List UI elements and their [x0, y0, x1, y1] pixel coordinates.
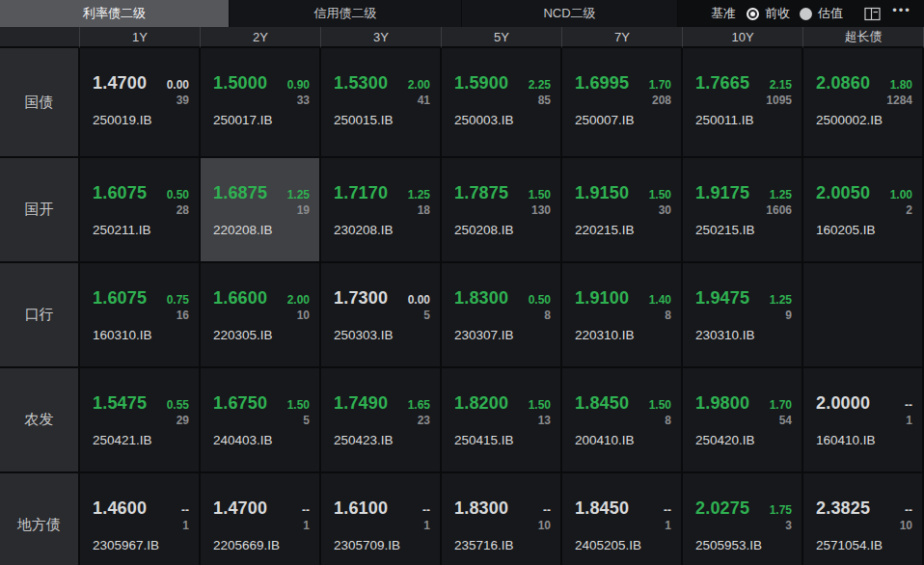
yield-value: 1.6100 — [334, 498, 388, 519]
quote-cell-lgb-5y[interactable]: 1.8300--10235716.IB — [442, 473, 562, 565]
trade-count: 39 — [93, 94, 189, 108]
more-options-icon[interactable]: ••• — [891, 4, 912, 23]
quote-cell-adbc-5y[interactable]: 1.82001.5013250415.IB — [442, 368, 562, 473]
radio-prev-close[interactable]: 前收 — [747, 5, 790, 22]
quote-cell-lgb-10y[interactable]: 2.02751.7532505953.IB — [683, 473, 803, 565]
radio-prev-close-icon — [747, 8, 759, 20]
change-value: 1.80 — [890, 78, 912, 92]
yield-value: 1.9800 — [695, 393, 749, 414]
quote-cell-cdb-ultra-long[interactable]: 2.00501.002160205.IB — [803, 158, 924, 263]
quote-cell-lgb-ultra-long[interactable]: 2.3825--102571054.IB — [803, 473, 924, 565]
quote-cell-cdb-10y[interactable]: 1.91751.251606250215.IB — [683, 158, 803, 263]
bond-quote-board: 利率债二级信用债二级NCD二级 基准 前收估值 ••• 1Y2Y3Y5Y7Y10… — [0, 0, 924, 565]
yield-value: 2.0275 — [695, 498, 749, 519]
quote-cell-adbc-1y[interactable]: 1.54750.5529250421.IB — [80, 368, 201, 473]
bond-code: 250208.IB — [454, 223, 551, 237]
quote-cell-exim-ultra-long[interactable] — [803, 263, 924, 368]
bond-code: 220305.IB — [213, 328, 310, 342]
change-value: -- — [543, 503, 551, 517]
trade-count: 10 — [213, 309, 310, 323]
quote-cell-exim-2y[interactable]: 1.66002.0010220305.IB — [201, 263, 321, 368]
quote-cell-treasury-ultra-long[interactable]: 2.08601.8012842500002.IB — [803, 48, 924, 158]
tab-rates-secondary[interactable]: 利率债二级 — [0, 0, 230, 27]
yield-value: 1.9150 — [575, 183, 629, 203]
change-value: 2.25 — [529, 78, 551, 92]
quote-cell-treasury-3y[interactable]: 1.53002.0041250015.IB — [321, 48, 442, 158]
trade-count: 18 — [334, 203, 430, 218]
quote-cell-exim-5y[interactable]: 1.83000.508230307.IB — [442, 263, 562, 368]
change-value: 2.15 — [770, 78, 792, 92]
trade-count: 8 — [454, 309, 551, 323]
tab-list: 利率债二级信用债二级NCD二级 — [0, 0, 678, 27]
column-header-row: 1Y2Y3Y5Y7Y10Y超长债 — [0, 27, 924, 48]
quote-cell-treasury-2y[interactable]: 1.50000.9033250017.IB — [201, 48, 321, 158]
quote-cell-lgb-2y[interactable]: 1.4700--12205669.IB — [201, 473, 321, 565]
change-value: 0.90 — [287, 78, 310, 92]
quote-cell-adbc-2y[interactable]: 1.67501.505240403.IB — [201, 368, 321, 473]
yield-value: 1.7170 — [334, 183, 388, 203]
tab-ncd-secondary[interactable]: NCD二级 — [462, 0, 678, 27]
quote-cell-exim-7y[interactable]: 1.91001.408220310.IB — [562, 263, 683, 368]
quote-cell-lgb-1y[interactable]: 1.4600--12305967.IB — [80, 473, 201, 565]
quote-cell-cdb-5y[interactable]: 1.78751.50130250208.IB — [442, 158, 562, 263]
quote-cell-treasury-10y[interactable]: 1.76652.151095250011.IB — [683, 48, 803, 158]
quote-cell-adbc-ultra-long[interactable]: 2.0000--1160410.IB — [803, 368, 924, 473]
change-value: 1.70 — [770, 398, 792, 412]
quote-cell-treasury-7y[interactable]: 1.69951.70208250007.IB — [562, 48, 683, 158]
trade-count: 1 — [816, 414, 912, 428]
quote-cell-lgb-7y[interactable]: 1.8450--12405205.IB — [562, 473, 683, 565]
quote-cell-exim-3y[interactable]: 1.73000.005250303.IB — [321, 263, 442, 368]
quote-cell-lgb-3y[interactable]: 1.6100--12305709.IB — [321, 473, 442, 565]
radio-valuation-icon — [800, 8, 812, 20]
yield-value: 1.6075 — [93, 183, 147, 203]
change-value: 0.55 — [167, 398, 189, 412]
trade-count: 33 — [213, 94, 310, 108]
quote-cell-cdb-2y[interactable]: 1.68751.2519220208.IB — [201, 158, 321, 263]
tab-credit-secondary[interactable]: 信用债二级 — [230, 0, 462, 27]
bond-code: 2500002.IB — [816, 113, 912, 127]
yield-value: 1.9100 — [575, 288, 629, 309]
yield-value: 2.3825 — [816, 498, 870, 519]
quote-cell-cdb-3y[interactable]: 1.71701.2518230208.IB — [321, 158, 442, 263]
change-value: 1.25 — [770, 188, 792, 202]
yield-value: 1.5000 — [213, 73, 267, 94]
trade-count: 10 — [454, 519, 551, 533]
trade-count: 1606 — [695, 203, 792, 218]
bond-code: 250015.IB — [334, 113, 430, 127]
change-value: 1.25 — [408, 188, 430, 202]
trade-count: 85 — [454, 94, 551, 108]
bond-code: 160410.IB — [816, 433, 912, 447]
row-label-exim: 口行 — [0, 263, 80, 368]
quote-cell-exim-10y[interactable]: 1.94751.259230310.IB — [683, 263, 803, 368]
bond-code: 250421.IB — [93, 433, 189, 447]
trade-count: 2 — [816, 203, 912, 218]
column-header-2y: 2Y — [201, 27, 321, 48]
trade-count: 41 — [334, 94, 430, 108]
quote-cell-adbc-10y[interactable]: 1.98001.7054250420.IB — [683, 368, 803, 473]
change-value: 0.00 — [408, 293, 430, 307]
bond-code: 2305967.IB — [93, 538, 189, 552]
quote-cell-adbc-7y[interactable]: 1.84501.508200410.IB — [562, 368, 683, 473]
quote-row-adbc: 农发1.54750.5529250421.IB1.67501.505240403… — [0, 368, 924, 473]
yield-value: 1.6995 — [575, 73, 629, 94]
bond-code: 250420.IB — [695, 433, 792, 447]
row-label-cdb: 国开 — [0, 158, 80, 263]
change-value: 1.50 — [529, 398, 551, 412]
quote-cell-exim-1y[interactable]: 1.60750.7516160310.IB — [80, 263, 201, 368]
change-value: -- — [905, 503, 912, 517]
layout-icon[interactable] — [861, 4, 883, 23]
quote-cell-treasury-1y[interactable]: 1.47000.0039250019.IB — [80, 48, 201, 158]
change-value: 1.50 — [649, 188, 671, 202]
quote-cell-cdb-7y[interactable]: 1.91501.5030220215.IB — [562, 158, 683, 263]
yield-value: 1.8450 — [575, 393, 629, 414]
radio-valuation[interactable]: 估值 — [800, 5, 843, 22]
quote-cell-adbc-3y[interactable]: 1.74901.6523250423.IB — [321, 368, 442, 473]
column-header-5y: 5Y — [442, 27, 562, 48]
trade-count: 28 — [93, 203, 189, 218]
trade-count: 1 — [213, 519, 310, 533]
quote-cell-cdb-1y[interactable]: 1.60750.5028250211.IB — [80, 158, 201, 263]
yield-value: 1.7300 — [334, 288, 388, 309]
trade-count: 5 — [334, 309, 430, 323]
yield-value: 1.6750 — [213, 393, 267, 414]
quote-cell-treasury-5y[interactable]: 1.59002.2585250003.IB — [442, 48, 562, 158]
